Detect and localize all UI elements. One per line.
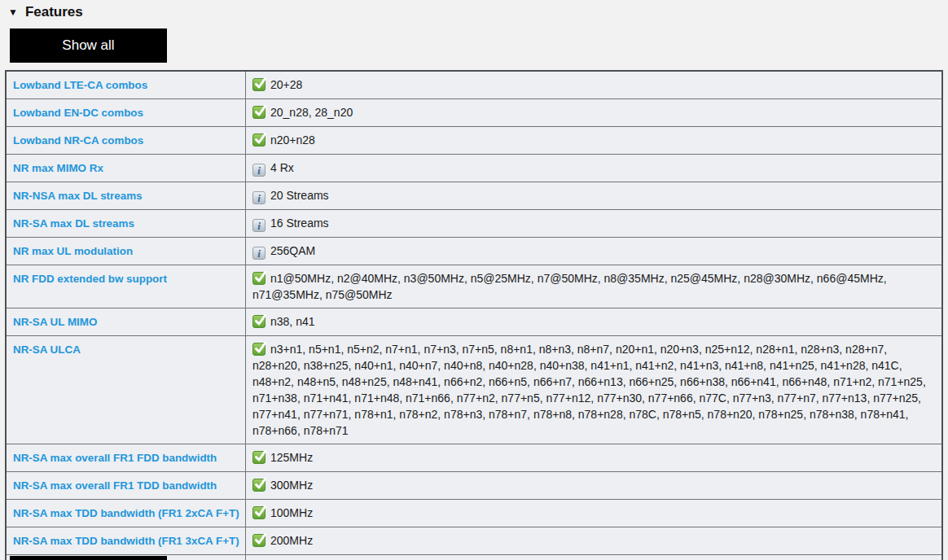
feature-row: NR-SA max DL streams i16 Streams	[6, 210, 942, 238]
feature-value-cell: 20_n28, 28_n20	[246, 99, 943, 127]
feature-value: 125MHz	[270, 451, 313, 464]
feature-link[interactable]: NR max UL modulation	[13, 245, 133, 257]
feature-value-cell: i256QAM	[246, 238, 943, 265]
feature-name-cell: NR-NSA max DL streams	[6, 182, 246, 210]
feature-name-cell: NR-SA max TDD bandwidth (FR1 2xCA F+T)	[6, 500, 246, 527]
feature-link[interactable]: NR max MIMO Rx	[13, 162, 103, 174]
feature-name-cell: NR max MIMO Rx	[6, 155, 246, 182]
feature-row: NR max MIMO Rx i4 Rx	[6, 155, 942, 182]
feature-link[interactable]: NR-SA max DL streams	[13, 217, 134, 230]
features-table: Lowband LTE-CA combos 20+28 Lowband EN-D…	[5, 70, 943, 560]
check-icon	[252, 315, 266, 328]
feature-value-cell: i4 Rx	[246, 155, 943, 182]
feature-row: NR-SA max TDD bandwidth (FR1 3xCA F+T) 2…	[6, 527, 942, 555]
feature-value-cell: n1@50MHz, n2@40MHz, n3@50MHz, n5@25MHz, …	[246, 265, 943, 308]
feature-value: 20 Streams	[270, 189, 329, 202]
feature-row: NR-NSA max DL streams i20 Streams	[6, 182, 942, 210]
info-icon: i	[252, 191, 266, 204]
check-icon	[252, 106, 266, 119]
feature-value: n3+n1, n5+n1, n5+n2, n7+n1, n7+n3, n7+n5…	[252, 343, 926, 437]
feature-name-cell: Lowband NR-CA combos	[6, 127, 246, 155]
feature-value: 20+28	[270, 78, 302, 91]
check-icon	[252, 479, 266, 492]
feature-row: Lowband NR-CA combos n20+n28	[6, 127, 942, 155]
feature-value: 300MHz	[270, 479, 313, 492]
feature-row: Lowband EN-DC combos 20_n28, 28_n20	[6, 99, 942, 127]
check-icon	[252, 534, 266, 547]
feature-name-cell: Lowband LTE-CA combos	[6, 71, 246, 99]
feature-link[interactable]: Lowband NR-CA combos	[13, 134, 143, 147]
feature-name-cell: NR FDD extended bw support	[6, 265, 246, 308]
feature-value: 200MHz	[270, 534, 313, 547]
feature-row: Lowband LTE-CA combos 20+28	[6, 71, 942, 99]
feature-value: n1@50MHz, n2@40MHz, n3@50MHz, n5@25MHz, …	[252, 272, 887, 301]
feature-link[interactable]: NR-NSA max DL streams	[13, 190, 143, 202]
feature-value-cell: i20 Streams	[246, 182, 943, 210]
feature-value-cell: n20+n28	[246, 127, 943, 155]
feature-link[interactable]: NR FDD extended bw support	[13, 273, 167, 285]
feature-value: 256QAM	[270, 244, 315, 257]
show-all-button[interactable]: Show all	[10, 28, 167, 63]
feature-value-cell: i16 Streams	[246, 210, 943, 238]
feature-value-cell: 300MHz	[246, 472, 943, 500]
info-icon: i	[252, 219, 266, 232]
check-icon	[252, 133, 266, 147]
feature-link[interactable]: NR-SA UL MIMO	[13, 316, 97, 328]
feature-row: NR FDD extended bw support n1@50MHz, n2@…	[6, 265, 942, 308]
check-icon	[252, 272, 266, 285]
feature-row: NR-SA max overall FR1 TDD bandwidth 300M…	[6, 472, 942, 500]
feature-name-cell: NR-SA max TDD bandwidth (FR1 3xCA F+T)	[6, 527, 246, 555]
check-icon	[252, 78, 266, 91]
feature-name-cell: NR max UL modulation	[6, 238, 246, 265]
info-icon: i	[252, 247, 266, 260]
feature-link[interactable]: NR-SA max TDD bandwidth (FR1 2xCA F+T)	[13, 507, 239, 519]
feature-link[interactable]: Lowband EN-DC combos	[13, 107, 143, 119]
feature-name-cell: NR-SA max overall FR1 FDD bandwidth	[6, 444, 246, 472]
feature-link[interactable]: NR-SA max overall FR1 FDD bandwidth	[13, 452, 217, 464]
feature-link[interactable]: NR-SA ULCA	[13, 343, 81, 356]
feature-row: NR-SA UL MIMO n38, n41	[6, 308, 942, 336]
feature-name-cell: Lowband EN-DC combos	[6, 99, 246, 127]
feature-row: NR-SA ULCA n3+n1, n5+n1, n5+n2, n7+n1, n…	[6, 336, 942, 444]
feature-link[interactable]: NR-SA max overall FR1 TDD bandwidth	[13, 479, 217, 492]
feature-name-cell: NR-SA UL MIMO	[6, 308, 246, 336]
check-icon	[252, 343, 266, 356]
section-header[interactable]: ▼ Features	[0, 0, 948, 20]
check-icon	[252, 451, 266, 464]
feature-value: n38, n41	[270, 315, 315, 328]
feature-name-cell: NR-SA max overall FR1 TDD bandwidth	[6, 472, 246, 500]
feature-value: 100MHz	[270, 506, 313, 519]
feature-name-cell: NR-SA ULCA	[6, 336, 246, 444]
feature-value-cell: 200MHz	[246, 555, 943, 560]
feature-value: 4 Rx	[270, 161, 294, 174]
feature-row: NR-SA max TDD bandwidth (FR1 2xCA F+T) 1…	[6, 500, 942, 527]
info-icon: i	[252, 164, 266, 177]
feature-value: n20+n28	[270, 133, 315, 147]
section-title: Features	[25, 4, 83, 20]
feature-link[interactable]: Lowband LTE-CA combos	[13, 79, 147, 91]
feature-value-cell: n38, n41	[246, 308, 943, 336]
feature-value: 20_n28, 28_n20	[270, 106, 353, 119]
check-icon	[252, 506, 266, 519]
feature-value-cell: n3+n1, n5+n1, n5+n2, n7+n1, n7+n3, n7+n5…	[246, 336, 943, 444]
features-section: ▼ Features Show all Lowband LTE-CA combo…	[0, 0, 948, 560]
feature-value-cell: 200MHz	[246, 527, 943, 555]
feature-name-cell: NR-SA max DL streams	[6, 210, 246, 238]
feature-link[interactable]: NR-SA max TDD bandwidth (FR1 3xCA F+T)	[13, 535, 239, 547]
feature-value-cell: 100MHz	[246, 500, 943, 527]
feature-row: NR-SA max overall FR1 FDD bandwidth 125M…	[6, 444, 942, 472]
collapse-triangle-icon[interactable]: ▼	[8, 4, 18, 20]
cutoff-next-section-button[interactable]	[10, 556, 167, 560]
feature-value-cell: 20+28	[246, 71, 943, 99]
feature-value: 16 Streams	[270, 217, 329, 230]
feature-row: NR max UL modulation i256QAM	[6, 238, 942, 265]
feature-value-cell: 125MHz	[246, 444, 943, 472]
